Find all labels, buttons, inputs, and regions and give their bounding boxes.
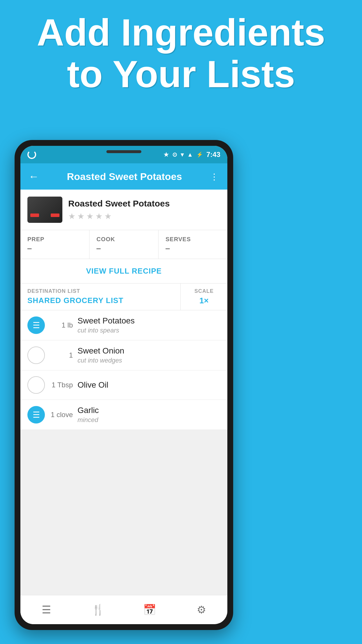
status-spinner-icon xyxy=(27,150,36,159)
star-4: ★ xyxy=(95,211,103,221)
cook-label: COOK xyxy=(96,236,151,243)
star-1: ★ xyxy=(68,211,75,221)
ingredient-row[interactable]: 1 Tbsp Olive Oil xyxy=(20,370,227,400)
block-icon: ⊙ xyxy=(172,151,177,158)
ingredients-list: ☰ 1 lb Sweet Potatoes cut into spears 1 xyxy=(20,310,227,430)
ingredient-detail-4: Garlic minced xyxy=(78,406,220,424)
ingredient-row[interactable]: 1 Sweet Onion cut into wedges xyxy=(20,340,227,370)
content-area: Roasted Sweet Potatoes ★ ★ ★ ★ ★ PREP xyxy=(20,190,227,624)
nav-item-lists[interactable]: ☰ xyxy=(20,595,72,624)
scale-value: 1× xyxy=(188,296,220,305)
status-bar: ★ ⊙ ▾ ▲ ⚡ 7:43 xyxy=(20,146,227,163)
ingredient-qty-1: 1 lb xyxy=(50,321,73,329)
ingredient-checkbox-3[interactable] xyxy=(27,376,45,394)
ingredient-row[interactable]: ☰ 1 lb Sweet Potatoes cut into spears xyxy=(20,310,227,340)
ingredient-name-2: Sweet Onion xyxy=(78,346,220,356)
ingredient-detail-2: Sweet Onion cut into wedges xyxy=(78,346,220,364)
nav-item-calendar[interactable]: 📅 xyxy=(124,595,176,624)
destination-section: DESTINATION LIST SHARED GROCERY LIST SCA… xyxy=(20,284,227,310)
serves-cell: SERVES – xyxy=(159,230,227,259)
destination-label: DESTINATION LIST xyxy=(27,288,173,294)
prep-value: – xyxy=(27,244,82,253)
ingredient-qty-2: 1 xyxy=(50,351,73,359)
time-section: PREP – COOK – SERVES – xyxy=(20,230,227,259)
destination-value: SHARED GROCERY LIST xyxy=(27,296,173,305)
recipe-name: Roasted Sweet Potatoes xyxy=(68,199,220,209)
ingredient-name-3: Olive Oil xyxy=(78,380,220,390)
cook-value: – xyxy=(96,244,151,253)
serves-value: – xyxy=(166,244,220,253)
time-display: 7:43 xyxy=(206,150,220,159)
cook-cell: COOK – xyxy=(89,230,159,259)
list-added-icon: ☰ xyxy=(27,316,45,334)
prep-label: PREP xyxy=(27,236,82,243)
recipe-thumbnail xyxy=(27,197,62,223)
recipe-stars: ★ ★ ★ ★ ★ xyxy=(68,211,220,221)
prep-cell: PREP – xyxy=(20,230,89,259)
ingredient-note-1: cut into spears xyxy=(78,327,220,334)
settings-nav-icon: ⚙ xyxy=(197,604,206,616)
list-added-icon-2: ☰ xyxy=(27,406,45,424)
ingredient-name-1: Sweet Potatoes xyxy=(78,316,220,326)
battery-icon: ⚡ xyxy=(196,151,203,158)
phone-notch xyxy=(106,150,141,153)
app-bar-title: Roasted Sweet Potatoes xyxy=(47,171,202,182)
recipe-info: Roasted Sweet Potatoes ★ ★ ★ ★ ★ xyxy=(68,199,220,221)
view-full-recipe-label: VIEW FULL RECIPE xyxy=(86,267,162,275)
ingredient-note-4: minced xyxy=(78,416,220,424)
destination-cell[interactable]: DESTINATION LIST SHARED GROCERY LIST xyxy=(20,284,181,310)
hero-title: Add Ingredients to Your Lists xyxy=(17,12,345,95)
scale-label: SCALE xyxy=(188,288,220,294)
star-3: ★ xyxy=(86,211,94,221)
view-full-recipe-button[interactable]: VIEW FULL RECIPE xyxy=(20,259,227,284)
ingredient-row[interactable]: ☰ 1 clove Garlic minced xyxy=(20,400,227,430)
more-options-button[interactable]: ⋮ xyxy=(208,169,222,184)
calendar-nav-icon: 📅 xyxy=(143,604,156,616)
ingredient-checkbox-2[interactable] xyxy=(27,346,45,364)
app-bar: ← Roasted Sweet Potatoes ⋮ xyxy=(20,163,227,190)
signal-icon: ▲ xyxy=(187,151,193,158)
serves-label: SERVES xyxy=(166,236,220,243)
phone-frame: ★ ⊙ ▾ ▲ ⚡ 7:43 ← Roasted Sweet Potatoes … xyxy=(15,140,233,630)
star-2: ★ xyxy=(77,211,85,221)
scale-cell[interactable]: SCALE 1× xyxy=(181,284,227,310)
ingredient-note-2: cut into wedges xyxy=(78,357,220,364)
recipes-nav-icon: 🍴 xyxy=(92,604,105,616)
bluetooth-icon: ★ xyxy=(164,151,169,158)
back-button[interactable]: ← xyxy=(26,168,41,185)
wifi-icon: ▾ xyxy=(181,151,184,158)
list-icon-glyph: ☰ xyxy=(33,321,40,330)
bottom-navigation: ☰ 🍴 📅 ⚙ xyxy=(20,595,227,624)
ingredient-name-4: Garlic xyxy=(78,406,220,415)
list-icon-glyph-2: ☰ xyxy=(33,410,40,420)
recipe-header: Roasted Sweet Potatoes ★ ★ ★ ★ ★ xyxy=(20,190,227,230)
ingredient-qty-3: 1 Tbsp xyxy=(50,381,73,389)
ingredient-detail-3: Olive Oil xyxy=(78,380,220,390)
nav-item-settings[interactable]: ⚙ xyxy=(176,595,228,624)
ingredient-detail-1: Sweet Potatoes cut into spears xyxy=(78,316,220,334)
lists-nav-icon: ☰ xyxy=(42,604,51,616)
ingredient-qty-4: 1 clove xyxy=(50,411,73,419)
star-5: ★ xyxy=(104,211,112,221)
nav-item-recipes[interactable]: 🍴 xyxy=(72,595,124,624)
